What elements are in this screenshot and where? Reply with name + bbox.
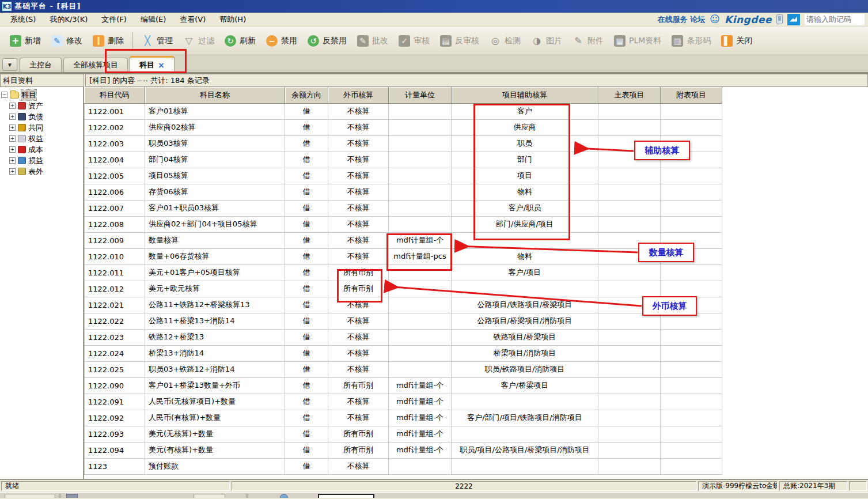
toolbar-button-label: 刷新 [240,36,256,46]
expand-expander[interactable]: + [9,168,16,175]
column-header[interactable]: 余额方向 [285,87,328,103]
table-row[interactable]: 1123预付账款借不核算 [85,458,722,474]
table-row[interactable]: 1122.007客户01+职员03核算借不核算客户/职员 [85,200,722,216]
table-cell: 客户/桥梁项目 [452,377,598,394]
taskbar-button[interactable] [194,494,225,498]
audit-icon: ✓ [399,35,410,47]
tab-close-icon[interactable]: × [158,61,165,69]
sub-headers: 科目资料 [科目] 的内容 ---- 共计: 184 条记录 [0,74,868,87]
tree-item-label: 负债 [28,112,43,122]
tree-item-root[interactable]: −科目 [1,89,82,100]
table-cell: 供应商02核算 [145,119,285,135]
table-cell: mdf计量组-个 [389,426,452,442]
column-header[interactable]: 外币核算 [328,87,389,103]
add-button[interactable]: +新增 [5,32,46,50]
tree-item-label: 资产 [28,101,43,111]
table-cell: 借 [285,394,328,410]
tab-科目[interactable]: 科目× [130,56,175,72]
disable-button[interactable]: −禁用 [261,32,302,50]
expand-expander[interactable]: + [9,157,16,164]
tab-主控台[interactable]: 主控台 [20,58,62,72]
table-row[interactable]: 1122.009数量核算借不核算mdf计量组-个 [85,232,722,248]
close-button[interactable]: ▌关闭 [716,32,757,50]
table-row[interactable]: 1122.005项目05核算借不核算项目 [85,168,722,184]
table-row[interactable]: 1122.022公路11+桥梁13+消防14借不核算公路项目/桥梁项目/消防项目 [85,313,722,329]
expand-expander[interactable]: + [9,135,16,142]
tree-item-表外[interactable]: +表外 [1,166,82,177]
expand-expander[interactable]: + [9,124,16,131]
delete-button[interactable]: ║删除 [88,32,129,50]
collapse-expander[interactable]: − [1,92,7,98]
table-row[interactable]: 1122.012美元+欧元核算借所有币别 [85,281,722,297]
table-row[interactable]: 1122.006存货06核算借不核算物料 [85,184,722,200]
expand-expander[interactable]: + [9,103,16,109]
table-cell [661,361,722,377]
application-window: K3 基础平台 - [科目] 系统(S)我的K/3(K)文件(F)编辑(E)查看… [0,0,868,499]
table-cell: 公路项目/铁路项目/桥梁项目 [452,297,598,313]
table-row[interactable]: 1122.025职员03+铁路12+消防14借不核算职员/铁路项目/消防项目 [85,361,722,377]
manage-button[interactable]: ╳管理 [137,32,178,50]
toolbar-button-label: 反审核 [455,36,479,46]
table-row[interactable]: 1122.011美元+01客户+05项目核算借所有币别客户/项目 [85,264,722,281]
smiley-icon[interactable]: ☺ [710,14,720,24]
tree-item-共同[interactable]: +共同 [1,122,82,133]
table-cell: 不核算 [328,410,389,426]
tab-label: 主控台 [29,60,52,70]
refresh-button[interactable]: ↻刷新 [219,32,261,50]
table-row[interactable]: 1122.023铁路12+桥梁13借不核算铁路项目/桥梁项目 [85,329,722,345]
toolbar-button-label: 禁用 [281,36,297,46]
menu-item[interactable]: 文件(F) [94,13,134,26]
table-cell: 1122.004 [85,152,145,168]
edit-button[interactable]: ✎修改 [46,32,88,50]
mobile-phone-icon[interactable] [776,14,783,24]
table-cell [389,313,452,329]
tree-item-成本[interactable]: +成本 [1,144,82,155]
tab-dropdown-button[interactable]: ▼ [2,58,17,71]
table-row[interactable]: 1122.002供应商02核算借不核算供应商 [85,119,722,135]
column-header[interactable]: 计量单位 [389,87,452,103]
menu-item[interactable]: 系统(S) [3,13,43,26]
tab-全部核算项目[interactable]: 全部核算项目 [63,58,128,72]
table-cell [598,184,661,200]
online-service-links[interactable]: 在线服务 论坛 [658,14,706,25]
table-row[interactable]: 1122.091人民币(无核算项目)+数量借不核算mdf计量组-个 [85,394,722,410]
table-row[interactable]: 1122.001客户01核算借不核算客户 [85,103,722,119]
table-row[interactable]: 1122.010数量+06存货核算借不核算mdf计量组-pcs物料 [85,248,722,264]
menu-item[interactable]: 我的K/3(K) [43,13,94,26]
taskbar-window-preview[interactable] [318,494,374,498]
mnemonic-input[interactable] [805,14,865,25]
toolbar-button-label: 图片 [546,36,562,46]
column-header[interactable]: 主表项目 [598,87,661,103]
taskbar-icon[interactable] [280,494,288,498]
table-row[interactable]: 1122.093美元(无核算)+数量借所有币别mdf计量组-个 [85,426,722,442]
taskbar-icon[interactable] [66,494,78,498]
taskbar-button[interactable] [5,494,55,498]
enable-button[interactable]: ↺反禁用 [302,32,352,50]
batch-edit-button: ✎批改 [352,32,393,50]
table-row[interactable]: 1122.021公路11+铁路12+桥梁核算13借不核算公路项目/铁路项目/桥梁… [85,297,722,313]
menu-item[interactable]: 查看(V) [173,13,213,26]
table-cell: 1122.092 [85,410,145,426]
table-row[interactable]: 1122.008供应商02+部门04+项目05核算借不核算部门/供应商/项目 [85,216,722,232]
table-row[interactable]: 1122.003职员03核算借不核算职员 [85,135,722,152]
tree-item-负债[interactable]: +负债 [1,111,82,122]
column-header[interactable]: 科目名称 [145,87,285,103]
expand-expander[interactable]: + [9,146,16,153]
column-header[interactable]: 科目代码 [85,87,145,103]
table-cell [661,426,722,442]
table-row[interactable]: 1122.024桥梁13+消防14借不核算桥梁项目/消防项目 [85,345,722,361]
table-row[interactable]: 1122.094美元(有核算)+数量借所有币别mdf计量组-个职员/项目/公路项… [85,442,722,458]
table-cell: 不核算 [328,313,389,329]
tree-item-权益[interactable]: +权益 [1,133,82,144]
column-header[interactable]: 附表项目 [661,87,722,103]
tree-item-损益[interactable]: +损益 [1,155,82,166]
menu-item[interactable]: 帮助(H) [213,13,253,26]
table-row[interactable]: 1122.004部门04核算借不核算部门 [85,152,722,168]
table-row[interactable]: 1122.090客户01+桥梁13数量+外币借所有币别mdf计量组-个客户/桥梁… [85,377,722,394]
service-agent-icon[interactable] [787,14,800,25]
table-row[interactable]: 1122.092人民币(有核算)+数量借不核算mdf计量组-个客户/部门/项目/… [85,410,722,426]
tree-item-资产[interactable]: +资产 [1,100,82,111]
expand-expander[interactable]: + [9,114,16,120]
column-header[interactable]: 项目辅助核算 [452,87,598,103]
menu-item[interactable]: 编辑(E) [134,13,173,26]
